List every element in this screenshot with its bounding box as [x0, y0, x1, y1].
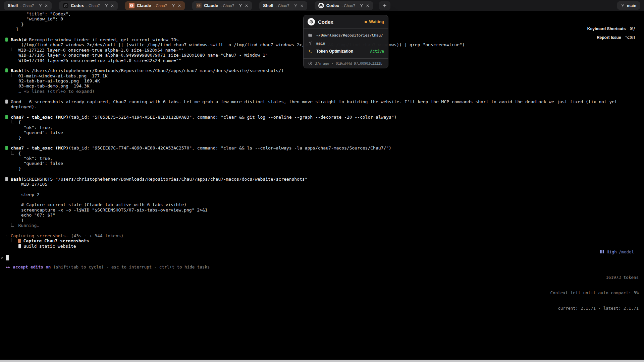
terminal-line — [5, 140, 644, 145]
status-label: Waiting — [369, 19, 384, 24]
codex-logo-icon — [318, 3, 324, 8]
tab-label: Shell — [8, 3, 18, 8]
terminal-line: chau7 - tab_exec (MCP)(tab_id: "5F853E75… — [5, 115, 644, 120]
feature-label: Token Optimization — [316, 49, 366, 54]
branch-name: main — [627, 3, 636, 8]
claude-logo-icon — [196, 3, 202, 8]
terminal-line: screencapture -x -o -l$WID "$SCREENSHOTS… — [5, 207, 644, 213]
model-command: /model — [619, 249, 634, 254]
close-icon[interactable] — [111, 4, 114, 7]
tab-subtitle: - Chau7 — [86, 4, 100, 8]
terminal-line: chau7 - tab_exec (MCP)(tab_id: "95CEE87C… — [5, 145, 644, 150]
terminal-line: sleep 2 — [5, 192, 644, 197]
codex-tab-info-popup: Codex Waiting ~/Downloads/Repositories/C… — [303, 15, 388, 68]
git-branch-row: main — [304, 39, 388, 47]
terminal-line: { — [5, 120, 644, 125]
tab-subtitle: - Chau7 — [220, 4, 234, 8]
claude-logo-icon — [129, 3, 135, 8]
tab-codex-1[interactable]: Codex - Chau7 — [59, 1, 118, 10]
git-branch-icon — [308, 41, 313, 45]
close-icon[interactable] — [300, 4, 304, 7]
dock-edge-strip — [0, 360, 644, 362]
terminal-line: echo "07: $?" — [5, 213, 644, 218]
tab-shell-2[interactable]: Shell - Chau7 — [259, 1, 307, 10]
tab-shell-1[interactable]: Shell - Chau7 — [4, 1, 52, 10]
new-tab-button[interactable] — [379, 1, 390, 10]
status-dot-icon — [365, 21, 367, 23]
folder-icon — [308, 33, 313, 38]
terminal-line: 02-tab-bar-ai-logos.png 169.4K — [5, 78, 644, 83]
tab-subtitle: - Chau7 — [153, 4, 167, 8]
tab-claude-1-active[interactable]: Claude - Chau7 — [125, 1, 185, 10]
popup-footer: 37m ago · 019cd44d-97…00903c2322b — [304, 59, 388, 68]
codex-logo-icon — [308, 18, 315, 25]
terminal-line — [5, 187, 644, 192]
git-branch-icon[interactable] — [360, 4, 364, 8]
terminal-line: · Capturing screenshots… (43s · ↓ 344 to… — [5, 233, 644, 238]
tab-label: Shell — [263, 3, 273, 8]
terminal-line: ) — [5, 218, 644, 223]
git-branch-icon[interactable] — [171, 4, 175, 8]
tab-claude-2[interactable]: Claude - Chau7 — [192, 1, 252, 10]
clock-icon — [308, 61, 313, 65]
terminal-line: "ok": true, — [5, 125, 644, 130]
terminal-line: WID=177105 — [5, 182, 644, 187]
git-branch-icon[interactable] — [294, 4, 298, 8]
terminal-line: { — [5, 151, 644, 156]
tab-codex-2[interactable]: Codex - Chau7 — [315, 1, 373, 10]
close-icon[interactable] — [366, 4, 369, 7]
version-info: current: 2.1.71 · latest: 2.1.71 — [550, 306, 639, 311]
codex-logo-icon — [63, 3, 68, 8]
terminal-line: … +5 lines (ctrl+o to expand) — [5, 89, 644, 94]
terminal-line: "ok": true, — [5, 156, 644, 161]
session-age: 37m ago — [315, 62, 329, 65]
text-cursor — [6, 255, 9, 260]
terminal-line: # Capture current state (Claude tab acti… — [5, 202, 644, 207]
terminal-line: Bash(ls /Users/christophehenner/Download… — [5, 68, 644, 73]
git-branch-icon[interactable] — [38, 4, 42, 8]
prompt-chevron: > — [1, 255, 3, 260]
git-branch-indicator[interactable]: main — [617, 1, 640, 10]
session-id: 019cd44d-97…00903c2322b — [336, 62, 382, 65]
tab-bar: Shell - Chau7 Codex - Chau7 Claude - Cha… — [0, 0, 644, 11]
close-icon[interactable] — [178, 4, 181, 7]
terminal-line: Capture Chau7 screenshots — [5, 238, 644, 243]
tab-subtitle: - Chau7 — [20, 4, 34, 8]
terminal-line: Good — 6 screenshots already captured, C… — [5, 99, 644, 104]
terminal-line — [5, 171, 644, 176]
sparkle-icon — [308, 49, 313, 54]
tab-label: Codex — [326, 3, 339, 8]
hint-text: (shift+tab to cycle) · esc to interrupt … — [51, 264, 210, 269]
terminal-line: Build static website — [5, 244, 644, 249]
prompt-input[interactable]: > — [1, 255, 9, 260]
popup-title: Codex — [318, 19, 362, 25]
terminal-line: Running… — [5, 223, 644, 228]
close-icon[interactable] — [45, 4, 48, 7]
git-branch-icon — [621, 4, 625, 8]
tab-subtitle: - Chau7 — [341, 4, 355, 8]
close-icon[interactable] — [245, 4, 248, 7]
terminal-line — [5, 94, 644, 99]
terminal-line: 01-main-window-ai-tabs.png 177.1K — [5, 73, 644, 78]
terminal-line: Bash(SCREENSHOTS="/Users/christophehenne… — [5, 177, 644, 182]
terminal-line: "queued": false — [5, 130, 644, 135]
working-directory: ~/Downloads/Repositories/Chau7 — [316, 33, 383, 38]
double-arrow-icon: ▶▶ — [6, 265, 10, 269]
session-stats: 161973 tokens Context left until auto-co… — [550, 264, 639, 321]
git-branch-icon[interactable] — [238, 4, 243, 8]
git-branch-icon[interactable] — [104, 4, 108, 8]
token-optimization-row: Token Optimization Active — [304, 47, 388, 55]
tab-label: Claude — [204, 3, 218, 8]
branch-name: main — [316, 41, 325, 46]
terminal-line — [5, 109, 644, 114]
status-badge: Waiting — [365, 19, 384, 24]
model-level: High — [607, 249, 617, 254]
terminal-line — [5, 228, 644, 233]
terminal-line: } — [5, 166, 644, 171]
terminal-line: "queued": false — [5, 161, 644, 166]
dot-separator: · — [331, 62, 333, 65]
permission-mode: accept edits on — [10, 264, 51, 269]
token-count: 161973 tokens — [550, 275, 639, 280]
popup-header: Codex Waiting — [304, 15, 388, 28]
chau7-app-window: Shell - Chau7 Codex - Chau7 Claude - Cha… — [0, 0, 644, 362]
